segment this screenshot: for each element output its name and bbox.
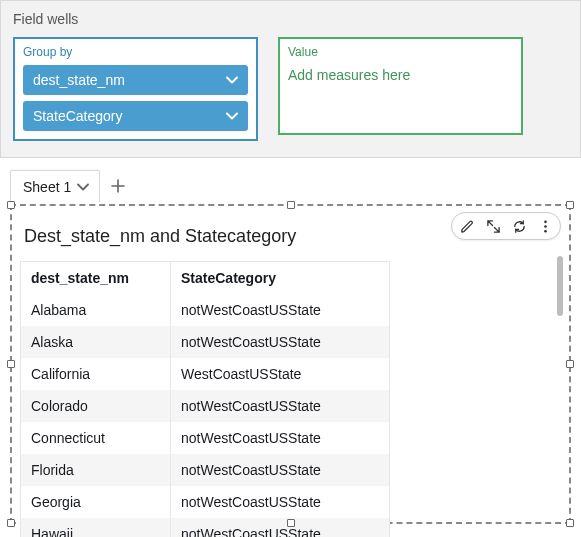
refresh-icon[interactable] xyxy=(510,217,528,235)
cell: Florida xyxy=(21,454,171,486)
chip-label: StateCategory xyxy=(33,108,123,124)
cell: notWestCoastUSState xyxy=(171,454,389,486)
table-row: Alabama notWestCoastUSState xyxy=(21,294,389,326)
resize-handle[interactable] xyxy=(566,201,574,209)
resize-handle[interactable] xyxy=(566,519,574,527)
cell: notWestCoastUSState xyxy=(171,326,389,358)
resize-handle[interactable] xyxy=(566,360,574,368)
add-sheet-button[interactable] xyxy=(104,172,132,200)
cell: Connecticut xyxy=(21,422,171,454)
cell: notWestCoastUSState xyxy=(171,518,389,537)
table-row: Florida notWestCoastUSState xyxy=(21,454,389,486)
cell: notWestCoastUSState xyxy=(171,390,389,422)
pencil-icon[interactable] xyxy=(458,217,476,235)
column-header[interactable]: dest_state_nm xyxy=(21,262,171,294)
table-row: Alaska notWestCoastUSState xyxy=(21,326,389,358)
cell: notWestCoastUSState xyxy=(171,294,389,326)
chevron-down-icon xyxy=(226,110,238,122)
chip-label: dest_state_nm xyxy=(33,72,125,88)
resize-handle[interactable] xyxy=(7,519,15,527)
table-row: California WestCoastUSState xyxy=(21,358,389,390)
visual-canvas[interactable]: Dest_state_nm and Statecategory dest_sta… xyxy=(10,204,571,524)
vertical-scrollbar[interactable] xyxy=(557,256,563,316)
cell: Colorado xyxy=(21,390,171,422)
svg-point-1 xyxy=(544,225,547,228)
table-row: Georgia notWestCoastUSState xyxy=(21,486,389,518)
expand-icon[interactable] xyxy=(484,217,502,235)
resize-handle[interactable] xyxy=(287,201,295,209)
cell: Georgia xyxy=(21,486,171,518)
more-icon[interactable] xyxy=(536,217,554,235)
value-well[interactable]: Value Add measures here xyxy=(278,37,523,135)
group-by-well[interactable]: Group by dest_state_nm StateCategory xyxy=(13,37,258,141)
field-wells-panel: Field wells Group by dest_state_nm State… xyxy=(0,0,581,158)
group-by-field-dest-state-nm[interactable]: dest_state_nm xyxy=(23,65,248,95)
cell: Alaska xyxy=(21,326,171,358)
column-header[interactable]: StateCategory xyxy=(171,262,389,294)
cell: notWestCoastUSState xyxy=(171,422,389,454)
chevron-down-icon[interactable] xyxy=(77,181,89,193)
table-row: Hawaii notWestCoastUSState xyxy=(21,518,389,537)
cell: notWestCoastUSState xyxy=(171,486,389,518)
chevron-down-icon xyxy=(226,74,238,86)
table-header-row: dest_state_nm StateCategory xyxy=(21,262,389,294)
cell: WestCoastUSState xyxy=(171,358,389,390)
tab-sheet-1[interactable]: Sheet 1 xyxy=(10,170,100,202)
cell: California xyxy=(21,358,171,390)
resize-handle[interactable] xyxy=(287,519,295,527)
tab-label: Sheet 1 xyxy=(23,179,71,195)
group-by-label: Group by xyxy=(23,45,248,59)
value-placeholder: Add measures here xyxy=(288,65,513,83)
table-row: Connecticut notWestCoastUSState xyxy=(21,422,389,454)
field-wells-title: Field wells xyxy=(13,11,568,27)
visual-toolbar xyxy=(451,212,561,240)
resize-handle[interactable] xyxy=(7,360,15,368)
svg-point-0 xyxy=(544,220,547,223)
resize-handle[interactable] xyxy=(7,201,15,209)
svg-point-2 xyxy=(544,229,547,232)
cell: Alabama xyxy=(21,294,171,326)
data-table: dest_state_nm StateCategory Alabama notW… xyxy=(20,261,390,537)
table-row: Colorado notWestCoastUSState xyxy=(21,390,389,422)
group-by-field-state-category[interactable]: StateCategory xyxy=(23,101,248,131)
value-label: Value xyxy=(288,45,513,59)
sheet-tabs: Sheet 1 xyxy=(0,168,581,204)
wells-row: Group by dest_state_nm StateCategory Val… xyxy=(13,37,568,141)
cell: Hawaii xyxy=(21,518,171,537)
